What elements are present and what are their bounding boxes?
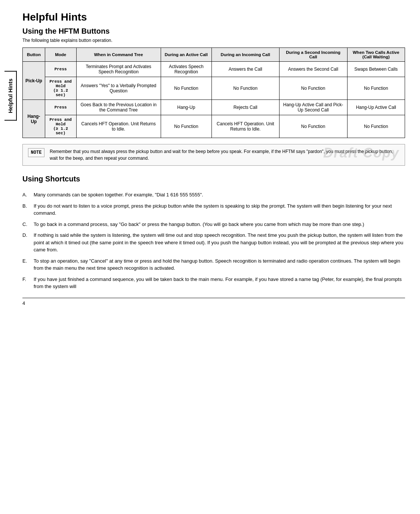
active-call-hold-pickup: No Function bbox=[161, 77, 211, 100]
cmd-tree-hold-pickup: Answers "Yes" to a Verbally Prompted Que… bbox=[76, 77, 161, 100]
shortcut-text-f: If you have just finished a command sequ… bbox=[34, 276, 405, 290]
mode-hold-hangup: Press and Hold(≥ 1.2 sec) bbox=[45, 115, 76, 138]
list-item: E. To stop an operation, say "Cancel" at… bbox=[22, 257, 405, 272]
note-box: NOTE Remember that you must always press… bbox=[22, 144, 405, 166]
list-item: F. If you have just finished a command s… bbox=[22, 276, 405, 290]
cmd-tree-press-hangup: Goes Back to the Previous Location in th… bbox=[76, 100, 161, 115]
button-hangup: Hang-Up bbox=[23, 100, 45, 138]
shortcut-text-e: To stop an operation, say "Cancel" at an… bbox=[34, 257, 405, 272]
cmd-tree-press-pickup: Terminates Prompt and Activates Speech R… bbox=[76, 62, 161, 77]
button-pickup: Pick-Up bbox=[23, 62, 45, 100]
two-calls-press-pickup: Swaps Between Calls bbox=[347, 62, 405, 77]
shortcut-letter-e: E. bbox=[22, 257, 34, 272]
two-calls-hold-pickup: No Function bbox=[347, 77, 405, 100]
cmd-tree-hold-hangup: Cancels HFT Operation. Unit Returns to I… bbox=[76, 115, 161, 138]
shortcut-letter-f: F. bbox=[22, 276, 34, 290]
section-title-hftm: Using the HFTM Buttons bbox=[22, 27, 405, 36]
col-incoming-call: During an Incoming Call bbox=[211, 48, 279, 62]
shortcut-letter-d: D. bbox=[22, 232, 34, 254]
list-item: C. To go back in a command process, say … bbox=[22, 221, 405, 228]
mode-press-pickup: Press bbox=[45, 62, 76, 77]
list-item: D. If nothing is said while the system i… bbox=[22, 232, 405, 254]
note-text-wrap: Remember that you must always press the … bbox=[50, 148, 399, 162]
sidebar-tab: Helpful Hints bbox=[4, 71, 17, 121]
shortcut-letter-c: C. bbox=[22, 221, 34, 228]
col-active-call: During an Active Call bbox=[161, 48, 211, 62]
incoming-call-press-hangup: Rejects Call bbox=[211, 100, 279, 115]
second-incoming-hold-pickup: No Function bbox=[279, 77, 347, 100]
incoming-call-hold-hangup: Cancels HFT Operation. Unit Returns to I… bbox=[211, 115, 279, 138]
table-row: Press and Hold(≥ 1.2 sec) Cancels HFT Op… bbox=[23, 115, 405, 138]
shortcut-text-a: Many commands can be spoken together. Fo… bbox=[34, 191, 405, 199]
col-command-tree: When in Command Tree bbox=[76, 48, 161, 62]
active-call-press-pickup: Activates Speech Recognition bbox=[161, 62, 211, 77]
hftm-table: Button Mode When in Command Tree During … bbox=[22, 48, 405, 138]
shortcut-letter-b: B. bbox=[22, 202, 34, 217]
main-content: Helpful Hints Using the HFTM Buttons The… bbox=[22, 11, 405, 306]
mode-press-hangup: Press bbox=[45, 100, 76, 115]
sidebar-label: Helpful Hints bbox=[7, 79, 13, 113]
shortcut-text-d: If nothing is said while the system is l… bbox=[34, 232, 405, 254]
page-footer: 4 bbox=[22, 298, 405, 306]
list-item: B. If you do not want to listen to a voi… bbox=[22, 202, 405, 217]
mode-hold-pickup: Press and Hold(≥ 1.2 sec) bbox=[45, 77, 76, 100]
page-title: Helpful Hints bbox=[22, 11, 405, 23]
note-label: NOTE bbox=[28, 148, 44, 157]
second-incoming-hold-hangup: No Function bbox=[279, 115, 347, 138]
table-row: Pick-Up Press Terminates Prompt and Acti… bbox=[23, 62, 405, 77]
table-row: Hang-Up Press Goes Back to the Previous … bbox=[23, 100, 405, 115]
page-number: 4 bbox=[22, 300, 25, 306]
two-calls-press-hangup: Hang-Up Active Call bbox=[347, 100, 405, 115]
list-item: A. Many commands can be spoken together.… bbox=[22, 191, 405, 199]
col-two-calls: When Two Calls Active (Call Waiting) bbox=[347, 48, 405, 62]
shortcuts-list: A. Many commands can be spoken together.… bbox=[22, 191, 405, 290]
active-call-hold-hangup: No Function bbox=[161, 115, 211, 138]
intro-text: The following table explains button oper… bbox=[22, 38, 405, 43]
section-title-shortcuts: Using Shortcuts bbox=[22, 175, 405, 183]
col-mode: Mode bbox=[45, 48, 76, 62]
shortcut-text-b: If you do not want to listen to a voice … bbox=[34, 202, 405, 217]
two-calls-hold-hangup: No Function bbox=[347, 115, 405, 138]
table-row: Press and Hold(≥ 1.2 sec) Answers "Yes" … bbox=[23, 77, 405, 100]
active-call-press-hangup: Hang-Up bbox=[161, 100, 211, 115]
shortcut-letter-a: A. bbox=[22, 191, 34, 199]
note-text: Remember that you must always press the … bbox=[50, 149, 393, 161]
col-second-incoming: During a Second Incoming Call bbox=[279, 48, 347, 62]
incoming-call-hold-pickup: No Function bbox=[211, 77, 279, 100]
incoming-call-press-pickup: Answers the Call bbox=[211, 62, 279, 77]
second-incoming-press-pickup: Answers the Second Call bbox=[279, 62, 347, 77]
second-incoming-press-hangup: Hang-Up Active Call and Pick-Up Second C… bbox=[279, 100, 347, 115]
shortcut-text-c: To go back in a command process, say "Go… bbox=[34, 221, 405, 228]
col-button: Button bbox=[23, 48, 45, 62]
